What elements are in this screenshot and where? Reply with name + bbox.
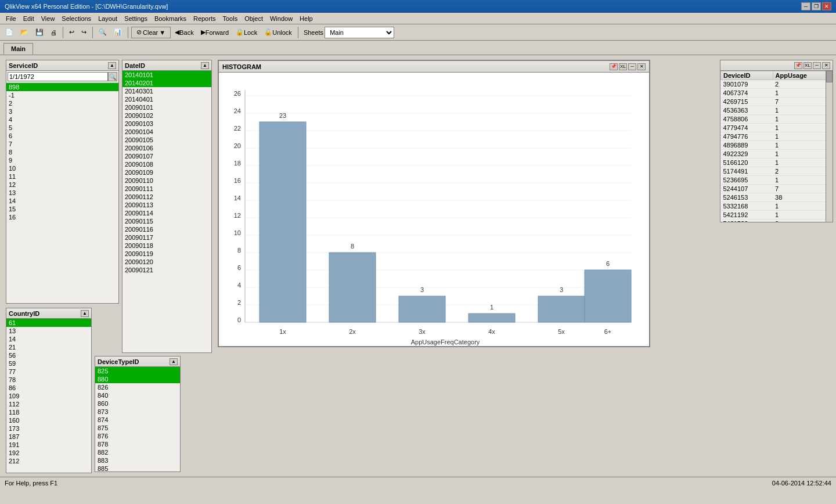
list-item[interactable]: 882 [95,448,180,456]
table-row[interactable]: 39010792 [721,80,833,89]
list-item[interactable]: 898 [6,83,118,91]
print-button[interactable]: 🖨 [48,26,60,39]
table-row[interactable]: 54215232 [721,219,833,222]
list-item[interactable]: 12 [6,181,118,189]
list-item[interactable]: 56 [6,351,91,359]
list-item[interactable]: 112 [6,400,91,408]
menu-file[interactable]: File [2,15,20,23]
list-item[interactable]: 20090104 [122,128,211,136]
list-item[interactable]: 20090111 [122,185,211,193]
table-row[interactable]: 47588061 [721,115,833,124]
list-item[interactable]: 13 [6,327,91,335]
list-item[interactable]: 20090112 [122,193,211,201]
list-item[interactable]: 6 [6,132,118,140]
list-item[interactable]: 14 [6,335,91,343]
redo-button[interactable]: ↪ [78,26,89,39]
list-item[interactable]: 13 [6,189,118,197]
restore-button[interactable]: ❐ [812,2,821,10]
list-item[interactable]: 5 [6,124,118,132]
search-button[interactable]: 🔍 [96,26,110,39]
list-item[interactable]: 20090103 [122,120,211,128]
list-item[interactable]: 20140401 [122,95,211,103]
list-item[interactable]: 160 [6,416,91,424]
list-item[interactable]: 16 [6,213,118,221]
list-item[interactable]: 109 [6,392,91,400]
minimize-button[interactable]: ─ [801,2,810,10]
device-table-pin[interactable]: 📌 [794,62,802,69]
list-item[interactable]: 20090106 [122,144,211,152]
bar-6plus[interactable] [585,270,631,322]
service-id-scroll-up[interactable]: ▲ [108,62,116,69]
list-item[interactable]: 78 [6,376,91,384]
device-table-header[interactable]: 📌 XL ─ ✕ [720,60,833,71]
bar-2x[interactable] [329,253,376,322]
list-item[interactable]: 860 [95,399,180,408]
unlock-button[interactable]: 🔓 Unlock [261,26,295,39]
histogram-xl-btn[interactable]: XL [619,63,627,70]
list-item[interactable]: 20090120 [122,258,211,266]
table-row[interactable]: 52441077 [721,185,833,193]
bar-5x[interactable] [538,296,585,322]
open-button[interactable]: 📂 [17,26,31,39]
list-item[interactable]: 3 [6,107,118,116]
list-item[interactable]: 9 [6,156,118,164]
menu-object[interactable]: Object [241,15,266,23]
list-item[interactable]: 173 [6,424,91,433]
list-item[interactable]: 873 [95,408,180,416]
list-item[interactable]: 875 [95,424,180,432]
sheets-dropdown[interactable]: Main [325,27,394,38]
list-item[interactable]: 20090118 [122,242,211,250]
histogram-close-btn[interactable]: ✕ [637,63,646,70]
new-button[interactable]: 📄 [2,26,16,39]
menu-reports[interactable]: Reports [190,15,219,23]
menu-layout[interactable]: Layout [95,15,121,23]
menu-tools[interactable]: Tools [219,15,241,23]
list-item[interactable]: 20140201 [122,79,211,87]
menu-selections[interactable]: Selections [58,15,95,23]
list-item[interactable]: 883 [95,456,180,465]
menu-edit[interactable]: Edit [20,15,38,23]
service-id-search-input[interactable] [8,72,108,81]
save-button[interactable]: 💾 [33,26,46,39]
close-button[interactable]: ✕ [822,2,831,10]
clear-button[interactable]: ⊘ Clear ▼ [131,27,171,38]
device-type-id-header[interactable]: DeviceTypeID ▲ [95,357,180,367]
service-id-search-btn[interactable]: 🔍 [108,72,117,81]
list-item[interactable]: 20090114 [122,209,211,217]
list-item[interactable]: 192 [6,449,91,457]
table-row[interactable]: 51744912 [721,167,833,176]
table-row[interactable]: 54211921 [721,211,833,219]
list-item[interactable]: -1 [6,91,118,99]
list-item[interactable]: 885 [95,465,180,471]
scroll-thumb[interactable] [826,71,833,82]
list-item[interactable]: 20090101 [122,103,211,111]
list-item[interactable]: 15 [6,205,118,213]
forward-button[interactable]: ▶ Forward [198,26,232,39]
date-id-header[interactable]: DateID ▲ [122,60,211,71]
list-item[interactable]: 20090121 [122,266,211,274]
back-button[interactable]: ◀ Back [172,26,196,39]
list-item[interactable]: 20090108 [122,160,211,168]
list-item[interactable]: 20090110 [122,177,211,185]
list-item[interactable]: 61 [6,319,91,327]
list-item[interactable]: 20090105 [122,136,211,144]
list-item[interactable]: 20090107 [122,152,211,160]
list-item[interactable]: 11 [6,172,118,181]
list-item[interactable]: 825 [95,367,180,375]
list-item[interactable]: 20090116 [122,225,211,233]
table-row[interactable]: 49223291 [721,150,833,159]
list-item[interactable]: 77 [6,368,91,376]
list-item[interactable]: 86 [6,384,91,392]
list-item[interactable]: 876 [95,432,180,440]
list-item[interactable]: 880 [95,375,180,383]
histogram-pin-btn[interactable]: 📌 [610,63,618,70]
table-row[interactable]: 47947761 [721,132,833,141]
list-item[interactable]: 118 [6,408,91,416]
table-row[interactable]: 48968891 [721,141,833,150]
table-row[interactable]: 47794741 [721,124,833,132]
table-row[interactable]: 51661201 [721,159,833,167]
table-row[interactable]: 53321681 [721,202,833,211]
list-item[interactable]: 20140101 [122,71,211,79]
list-item[interactable]: 21 [6,343,91,351]
list-item[interactable]: 20090113 [122,201,211,209]
